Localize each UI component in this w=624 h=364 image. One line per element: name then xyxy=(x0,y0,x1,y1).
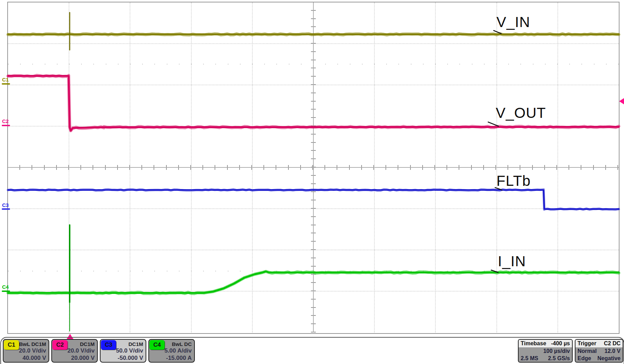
channel-offset-c4: -15.000 A xyxy=(166,355,192,362)
trace-label-iin: I_IN xyxy=(498,253,526,270)
channel-scale-c2: 20.0 V/div xyxy=(68,347,95,354)
channel-marker-c3[interactable]: C3 xyxy=(2,202,9,208)
channel-marker-c1-dash xyxy=(2,83,10,85)
timebase-title: Timebase xyxy=(521,340,546,347)
channel-scale-c3: 50.0 V/div xyxy=(116,347,143,354)
trace-label-fltb: FLTb xyxy=(496,173,531,189)
channel-descriptor-c4[interactable]: C4 BwL DC 5.00 A/div -15.000 A xyxy=(148,339,195,363)
channel-offset-c2: 20.000 V xyxy=(71,355,95,362)
trigger-level: 12.0 V xyxy=(605,348,621,354)
channel-coupling-c2: DC1M xyxy=(80,341,95,347)
trigger-mode: Normal xyxy=(578,348,597,354)
trace-label-vin: V_IN xyxy=(496,14,530,31)
trace-label-vout: V_OUT xyxy=(496,105,546,121)
timebase-panel[interactable]: Timebase -400 µs 100 µs/div 2.5 MS 2.5 G… xyxy=(518,339,573,363)
oscilloscope-display: V_IN V_OUT FLTb I_IN C1 C2 C3 C4 C1 BwL … xyxy=(0,0,624,364)
trigger-title: Trigger xyxy=(578,340,596,347)
channel-marker-c4-dash xyxy=(2,291,10,292)
trigger-type: Edge xyxy=(578,355,591,362)
channel-chip-c3: C3 xyxy=(101,340,116,350)
channel-offset-c3: -50.000 V xyxy=(118,355,143,362)
channel-marker-c3-dash xyxy=(2,208,10,210)
channel-descriptor-c1[interactable]: C1 BwL DC1M 20.0 V/div 40.000 V xyxy=(3,339,49,363)
channel-marker-c1[interactable]: C1 xyxy=(2,77,9,82)
channel-coupling-c1: BwL DC1M xyxy=(19,341,46,347)
channel-chip-c4: C4 xyxy=(149,340,165,350)
timebase-sample-rate: 2.5 GS/s xyxy=(548,355,570,362)
center-vertical-axis xyxy=(313,2,314,332)
timebase-per-div: 100 µs/div xyxy=(543,348,570,354)
channel-scale-c4: 5.00 A/div xyxy=(164,347,192,354)
channel-descriptor-c3[interactable]: C3 DC1M 50.0 V/div -50.000 V xyxy=(100,339,146,363)
trigger-slope: Negative xyxy=(597,355,621,362)
channel-coupling-c3: DC1M xyxy=(128,341,143,347)
trigger-level-marker-icon[interactable] xyxy=(619,98,624,104)
channel-coupling-c4: BwL DC xyxy=(172,341,192,347)
trigger-source: C2 DC xyxy=(604,340,621,347)
timebase-delay: -400 µs xyxy=(551,340,570,347)
channel-chip-c1: C1 xyxy=(4,340,19,350)
channel-marker-c4[interactable]: C4 xyxy=(2,284,9,289)
channel-chip-c2: C2 xyxy=(52,340,68,350)
trigger-panel[interactable]: Trigger C2 DC Normal 12.0 V Edge Negativ… xyxy=(575,339,623,363)
channel-marker-c2-dash xyxy=(2,125,10,126)
timebase-record-length: 2.5 MS xyxy=(521,355,538,362)
channel-marker-c2[interactable]: C2 xyxy=(2,119,9,124)
minor-dot-row-upper xyxy=(8,64,619,64)
channel-offset-c1: 40.000 V xyxy=(23,355,46,362)
minor-dot-row-lower xyxy=(8,271,619,271)
channel-scale-c1: 20.0 V/div xyxy=(19,347,46,354)
channel-descriptor-c2[interactable]: C2 DC1M 20.0 V/div 20.000 V xyxy=(51,339,98,363)
